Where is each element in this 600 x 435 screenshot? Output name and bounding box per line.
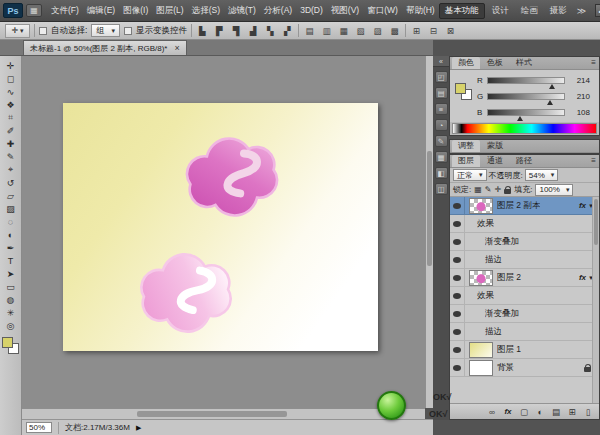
expand-panels-icon[interactable]: « bbox=[433, 56, 449, 67]
layer-row[interactable]: 图层 2 fx ▾ bbox=[450, 269, 599, 287]
vertical-scrollbar[interactable] bbox=[425, 56, 433, 408]
layer-thumbnail[interactable] bbox=[469, 198, 493, 214]
layer-style-icon[interactable]: fx bbox=[503, 407, 513, 416]
gradient-overlay-effect[interactable]: 渐变叠加 bbox=[485, 236, 519, 248]
lock-position-icon[interactable]: ✛ bbox=[495, 185, 502, 194]
workspace-overflow-icon[interactable]: ≫ bbox=[574, 6, 589, 16]
gradient-overlay-effect[interactable]: 渐变叠加 bbox=[485, 308, 519, 320]
lasso-tool[interactable]: ∿ bbox=[2, 85, 20, 98]
collapsed-panel-icon[interactable]: ◫ bbox=[435, 183, 448, 195]
menu-window[interactable]: 窗口(W) bbox=[363, 5, 402, 17]
minimize-button[interactable]: ▬ bbox=[595, 4, 600, 17]
tab-swatches[interactable]: 色板 bbox=[481, 57, 509, 69]
lock-all-icon[interactable] bbox=[504, 189, 511, 194]
visibility-toggle[interactable] bbox=[450, 233, 465, 250]
scrollbar-thumb[interactable] bbox=[137, 411, 287, 417]
canvas[interactable] bbox=[63, 103, 378, 351]
green-slider[interactable] bbox=[487, 93, 565, 100]
align-top-icon[interactable]: ▙ bbox=[196, 24, 209, 37]
move-tool[interactable]: ✛ bbox=[2, 59, 20, 72]
menu-filter[interactable]: 滤镜(T) bbox=[224, 5, 260, 17]
lock-pixels-icon[interactable]: ✎ bbox=[485, 185, 492, 194]
show-transform-checkbox[interactable] bbox=[124, 27, 132, 35]
status-options-arrow-icon[interactable]: ▶ bbox=[136, 424, 141, 432]
layer-thumbnail[interactable] bbox=[469, 342, 493, 358]
zoom-tool[interactable]: ◎ bbox=[2, 319, 20, 332]
background-layer-row[interactable]: 背景 bbox=[450, 359, 599, 377]
history-brush-tool[interactable]: ↺ bbox=[2, 176, 20, 189]
layer-row[interactable]: 图层 1 bbox=[450, 341, 599, 359]
link-layers-icon[interactable]: ∞ bbox=[487, 407, 497, 417]
tab-paths[interactable]: 路径 bbox=[510, 155, 538, 167]
panel-menu-icon[interactable]: ≡ bbox=[591, 57, 596, 69]
recorder-green-button[interactable] bbox=[377, 391, 406, 420]
menu-select[interactable]: 选择(S) bbox=[188, 5, 224, 17]
slider-thumb[interactable] bbox=[549, 84, 555, 89]
tab-styles[interactable]: 样式 bbox=[510, 57, 538, 69]
foreground-color-swatch[interactable] bbox=[455, 83, 466, 94]
collapsed-panel-icon[interactable]: ◰ bbox=[435, 71, 448, 83]
tab-color[interactable]: 颜色 bbox=[452, 57, 480, 69]
gradient-tool[interactable]: ▨ bbox=[2, 202, 20, 215]
distribute-hcenter-icon[interactable]: ▨ bbox=[371, 24, 384, 37]
collapsed-panel-icon[interactable]: ◔ bbox=[435, 119, 448, 131]
auto-select-dropdown[interactable]: 组 ▾ bbox=[91, 24, 120, 37]
scrollbar-thumb[interactable] bbox=[594, 199, 598, 245]
distribute-bottom-icon[interactable]: ▦ bbox=[337, 24, 350, 37]
visibility-toggle[interactable] bbox=[450, 323, 465, 340]
collapsed-panel-icon[interactable]: ▤ bbox=[435, 87, 448, 99]
fill-dropdown[interactable]: 100% ▾ bbox=[535, 184, 573, 196]
distribute-vcenter-icon[interactable]: ▥ bbox=[320, 24, 333, 37]
workspace-essentials-button[interactable]: 基本功能 bbox=[439, 3, 485, 19]
stroke-effect[interactable]: 描边 bbox=[485, 254, 502, 266]
visibility-toggle[interactable] bbox=[450, 215, 465, 232]
scrollbar-thumb[interactable] bbox=[427, 151, 432, 266]
visibility-toggle[interactable] bbox=[450, 287, 465, 304]
align-bottom-icon[interactable]: ▜ bbox=[230, 24, 243, 37]
adjustment-layer-icon[interactable]: ◐ bbox=[535, 407, 545, 417]
layer-name[interactable]: 图层 1 bbox=[497, 344, 521, 356]
layer-mask-icon[interactable]: ▢ bbox=[519, 407, 529, 417]
horizontal-type-tool[interactable]: T bbox=[2, 254, 20, 267]
layers-scrollbar[interactable] bbox=[592, 197, 599, 403]
delete-layer-icon[interactable]: ▯ bbox=[583, 407, 593, 417]
tab-layers[interactable]: 图层 bbox=[452, 155, 480, 167]
clone-stamp-tool[interactable]: ⌖ bbox=[2, 163, 20, 176]
align-vcenter-icon[interactable]: ▛ bbox=[213, 24, 226, 37]
auto-select-checkbox[interactable] bbox=[39, 27, 47, 35]
align-hcenter-icon[interactable]: ▚ bbox=[264, 24, 277, 37]
layer-thumbnail[interactable] bbox=[469, 360, 493, 376]
collapsed-panel-icon[interactable]: ≡ bbox=[435, 103, 448, 115]
effects-group-row[interactable]: 效果 bbox=[450, 287, 599, 305]
3d-rotate-tool[interactable]: ◍ bbox=[2, 293, 20, 306]
layer-name[interactable]: 背景 bbox=[497, 362, 514, 374]
tab-adjustments[interactable]: 调整 bbox=[452, 140, 480, 152]
quick-selection-tool[interactable]: ❖ bbox=[2, 98, 20, 111]
collapsed-panel-icon[interactable]: ◧ bbox=[435, 167, 448, 179]
layer-name[interactable]: 图层 2 副本 bbox=[497, 200, 540, 212]
visibility-toggle[interactable] bbox=[450, 197, 465, 214]
menu-analysis[interactable]: 分析(A) bbox=[260, 5, 296, 17]
slider-thumb[interactable] bbox=[517, 116, 523, 121]
effect-row[interactable]: 渐变叠加 bbox=[450, 233, 599, 251]
rectangle-tool[interactable]: ▭ bbox=[2, 280, 20, 293]
menu-help[interactable]: 帮助(H) bbox=[402, 5, 439, 17]
close-tab-icon[interactable]: × bbox=[174, 43, 179, 53]
brush-tool[interactable]: ✎ bbox=[2, 150, 20, 163]
layer-group-icon[interactable]: ▤ bbox=[551, 407, 561, 417]
menu-image[interactable]: 图像(I) bbox=[119, 5, 152, 17]
distribute-left-icon[interactable]: ▧ bbox=[354, 24, 367, 37]
blur-tool[interactable]: ◌ bbox=[2, 215, 20, 228]
visibility-toggle[interactable] bbox=[450, 269, 465, 286]
rectangular-marquee-tool[interactable]: ◻ bbox=[2, 72, 20, 85]
workspace-photography-button[interactable]: 摄影 bbox=[545, 4, 572, 18]
zoom-level-field[interactable]: 50% bbox=[26, 422, 52, 433]
crop-tool[interactable]: ⌗ bbox=[2, 111, 20, 124]
stroke-effect[interactable]: 描边 bbox=[485, 326, 502, 338]
collapsed-panel-icon[interactable]: ▦ bbox=[435, 151, 448, 163]
color-spectrum-ramp[interactable] bbox=[452, 123, 597, 134]
arrange-icon[interactable]: ⊠ bbox=[444, 24, 457, 37]
tab-channels[interactable]: 通道 bbox=[481, 155, 509, 167]
menu-layer[interactable]: 图层(L) bbox=[152, 5, 187, 17]
slider-thumb[interactable] bbox=[547, 100, 553, 105]
